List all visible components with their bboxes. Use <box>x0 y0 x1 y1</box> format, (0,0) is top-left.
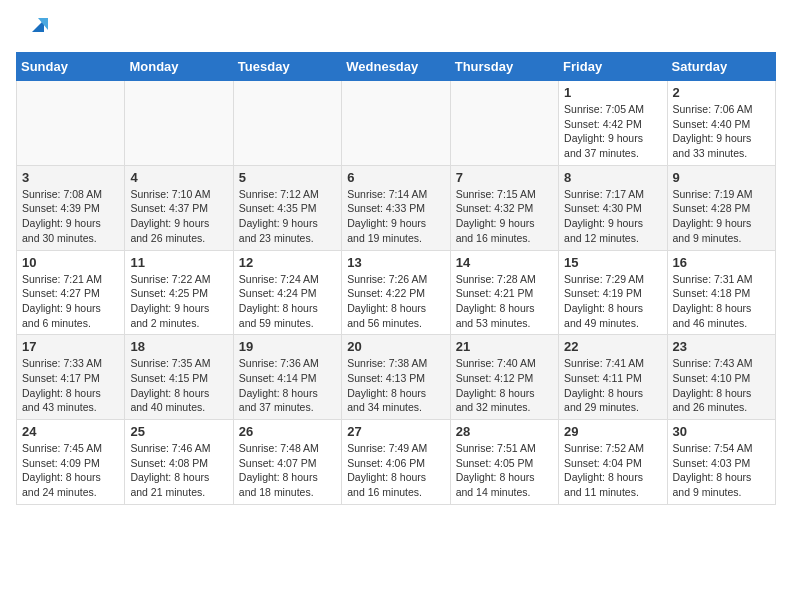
day-info: Sunrise: 7:21 AMSunset: 4:27 PMDaylight:… <box>22 272 119 331</box>
calendar-day-cell: 17Sunrise: 7:33 AMSunset: 4:17 PMDayligh… <box>17 335 125 420</box>
day-number: 1 <box>564 85 661 100</box>
calendar-day-header: Thursday <box>450 53 558 81</box>
calendar-wrapper: SundayMondayTuesdayWednesdayThursdayFrid… <box>0 52 792 513</box>
calendar-day-cell: 20Sunrise: 7:38 AMSunset: 4:13 PMDayligh… <box>342 335 450 420</box>
calendar-day-cell: 19Sunrise: 7:36 AMSunset: 4:14 PMDayligh… <box>233 335 341 420</box>
calendar-day-cell: 26Sunrise: 7:48 AMSunset: 4:07 PMDayligh… <box>233 420 341 505</box>
calendar-day-header: Sunday <box>17 53 125 81</box>
calendar-day-cell <box>450 81 558 166</box>
day-number: 2 <box>673 85 770 100</box>
calendar-day-cell: 21Sunrise: 7:40 AMSunset: 4:12 PMDayligh… <box>450 335 558 420</box>
day-number: 3 <box>22 170 119 185</box>
day-info: Sunrise: 7:31 AMSunset: 4:18 PMDaylight:… <box>673 272 770 331</box>
calendar-header-row: SundayMondayTuesdayWednesdayThursdayFrid… <box>17 53 776 81</box>
calendar-day-cell: 12Sunrise: 7:24 AMSunset: 4:24 PMDayligh… <box>233 250 341 335</box>
calendar-day-cell: 5Sunrise: 7:12 AMSunset: 4:35 PMDaylight… <box>233 165 341 250</box>
calendar-day-cell: 25Sunrise: 7:46 AMSunset: 4:08 PMDayligh… <box>125 420 233 505</box>
day-number: 6 <box>347 170 444 185</box>
calendar-day-header: Saturday <box>667 53 775 81</box>
day-number: 14 <box>456 255 553 270</box>
day-number: 30 <box>673 424 770 439</box>
day-number: 29 <box>564 424 661 439</box>
day-info: Sunrise: 7:40 AMSunset: 4:12 PMDaylight:… <box>456 356 553 415</box>
day-number: 19 <box>239 339 336 354</box>
calendar-day-cell <box>125 81 233 166</box>
calendar-day-cell: 9Sunrise: 7:19 AMSunset: 4:28 PMDaylight… <box>667 165 775 250</box>
calendar-day-cell: 18Sunrise: 7:35 AMSunset: 4:15 PMDayligh… <box>125 335 233 420</box>
day-number: 20 <box>347 339 444 354</box>
calendar-day-cell: 14Sunrise: 7:28 AMSunset: 4:21 PMDayligh… <box>450 250 558 335</box>
day-info: Sunrise: 7:08 AMSunset: 4:39 PMDaylight:… <box>22 187 119 246</box>
calendar-day-header: Wednesday <box>342 53 450 81</box>
calendar-day-cell: 7Sunrise: 7:15 AMSunset: 4:32 PMDaylight… <box>450 165 558 250</box>
day-info: Sunrise: 7:49 AMSunset: 4:06 PMDaylight:… <box>347 441 444 500</box>
calendar-week-row: 24Sunrise: 7:45 AMSunset: 4:09 PMDayligh… <box>17 420 776 505</box>
calendar-day-cell: 10Sunrise: 7:21 AMSunset: 4:27 PMDayligh… <box>17 250 125 335</box>
day-info: Sunrise: 7:41 AMSunset: 4:11 PMDaylight:… <box>564 356 661 415</box>
calendar-day-cell: 8Sunrise: 7:17 AMSunset: 4:30 PMDaylight… <box>559 165 667 250</box>
page-header <box>0 0 792 52</box>
calendar-table: SundayMondayTuesdayWednesdayThursdayFrid… <box>16 52 776 505</box>
day-info: Sunrise: 7:28 AMSunset: 4:21 PMDaylight:… <box>456 272 553 331</box>
day-number: 24 <box>22 424 119 439</box>
calendar-day-cell <box>17 81 125 166</box>
day-number: 11 <box>130 255 227 270</box>
day-info: Sunrise: 7:10 AMSunset: 4:37 PMDaylight:… <box>130 187 227 246</box>
day-info: Sunrise: 7:48 AMSunset: 4:07 PMDaylight:… <box>239 441 336 500</box>
day-number: 21 <box>456 339 553 354</box>
day-info: Sunrise: 7:15 AMSunset: 4:32 PMDaylight:… <box>456 187 553 246</box>
day-number: 10 <box>22 255 119 270</box>
calendar-day-cell: 16Sunrise: 7:31 AMSunset: 4:18 PMDayligh… <box>667 250 775 335</box>
calendar-day-cell: 27Sunrise: 7:49 AMSunset: 4:06 PMDayligh… <box>342 420 450 505</box>
calendar-day-cell: 28Sunrise: 7:51 AMSunset: 4:05 PMDayligh… <box>450 420 558 505</box>
day-info: Sunrise: 7:29 AMSunset: 4:19 PMDaylight:… <box>564 272 661 331</box>
calendar-day-cell: 3Sunrise: 7:08 AMSunset: 4:39 PMDaylight… <box>17 165 125 250</box>
calendar-day-header: Monday <box>125 53 233 81</box>
logo <box>20 16 52 44</box>
calendar-day-cell: 2Sunrise: 7:06 AMSunset: 4:40 PMDaylight… <box>667 81 775 166</box>
day-number: 12 <box>239 255 336 270</box>
day-number: 23 <box>673 339 770 354</box>
day-info: Sunrise: 7:36 AMSunset: 4:14 PMDaylight:… <box>239 356 336 415</box>
calendar-week-row: 1Sunrise: 7:05 AMSunset: 4:42 PMDaylight… <box>17 81 776 166</box>
day-info: Sunrise: 7:46 AMSunset: 4:08 PMDaylight:… <box>130 441 227 500</box>
calendar-week-row: 10Sunrise: 7:21 AMSunset: 4:27 PMDayligh… <box>17 250 776 335</box>
calendar-day-header: Friday <box>559 53 667 81</box>
day-number: 26 <box>239 424 336 439</box>
day-number: 17 <box>22 339 119 354</box>
calendar-day-cell: 1Sunrise: 7:05 AMSunset: 4:42 PMDaylight… <box>559 81 667 166</box>
day-info: Sunrise: 7:05 AMSunset: 4:42 PMDaylight:… <box>564 102 661 161</box>
day-number: 13 <box>347 255 444 270</box>
day-number: 4 <box>130 170 227 185</box>
calendar-day-cell: 15Sunrise: 7:29 AMSunset: 4:19 PMDayligh… <box>559 250 667 335</box>
day-number: 22 <box>564 339 661 354</box>
day-info: Sunrise: 7:12 AMSunset: 4:35 PMDaylight:… <box>239 187 336 246</box>
calendar-day-cell <box>233 81 341 166</box>
day-info: Sunrise: 7:45 AMSunset: 4:09 PMDaylight:… <box>22 441 119 500</box>
day-info: Sunrise: 7:17 AMSunset: 4:30 PMDaylight:… <box>564 187 661 246</box>
calendar-day-cell: 30Sunrise: 7:54 AMSunset: 4:03 PMDayligh… <box>667 420 775 505</box>
day-info: Sunrise: 7:22 AMSunset: 4:25 PMDaylight:… <box>130 272 227 331</box>
calendar-week-row: 17Sunrise: 7:33 AMSunset: 4:17 PMDayligh… <box>17 335 776 420</box>
day-info: Sunrise: 7:33 AMSunset: 4:17 PMDaylight:… <box>22 356 119 415</box>
day-info: Sunrise: 7:35 AMSunset: 4:15 PMDaylight:… <box>130 356 227 415</box>
day-number: 27 <box>347 424 444 439</box>
calendar-day-cell: 22Sunrise: 7:41 AMSunset: 4:11 PMDayligh… <box>559 335 667 420</box>
day-info: Sunrise: 7:38 AMSunset: 4:13 PMDaylight:… <box>347 356 444 415</box>
day-info: Sunrise: 7:14 AMSunset: 4:33 PMDaylight:… <box>347 187 444 246</box>
logo-icon <box>24 12 52 40</box>
calendar-week-row: 3Sunrise: 7:08 AMSunset: 4:39 PMDaylight… <box>17 165 776 250</box>
day-number: 18 <box>130 339 227 354</box>
calendar-day-cell: 6Sunrise: 7:14 AMSunset: 4:33 PMDaylight… <box>342 165 450 250</box>
day-info: Sunrise: 7:54 AMSunset: 4:03 PMDaylight:… <box>673 441 770 500</box>
day-number: 28 <box>456 424 553 439</box>
day-info: Sunrise: 7:24 AMSunset: 4:24 PMDaylight:… <box>239 272 336 331</box>
calendar-day-header: Tuesday <box>233 53 341 81</box>
calendar-day-cell <box>342 81 450 166</box>
day-info: Sunrise: 7:19 AMSunset: 4:28 PMDaylight:… <box>673 187 770 246</box>
calendar-day-cell: 24Sunrise: 7:45 AMSunset: 4:09 PMDayligh… <box>17 420 125 505</box>
day-info: Sunrise: 7:43 AMSunset: 4:10 PMDaylight:… <box>673 356 770 415</box>
day-number: 5 <box>239 170 336 185</box>
day-info: Sunrise: 7:06 AMSunset: 4:40 PMDaylight:… <box>673 102 770 161</box>
calendar-day-cell: 11Sunrise: 7:22 AMSunset: 4:25 PMDayligh… <box>125 250 233 335</box>
